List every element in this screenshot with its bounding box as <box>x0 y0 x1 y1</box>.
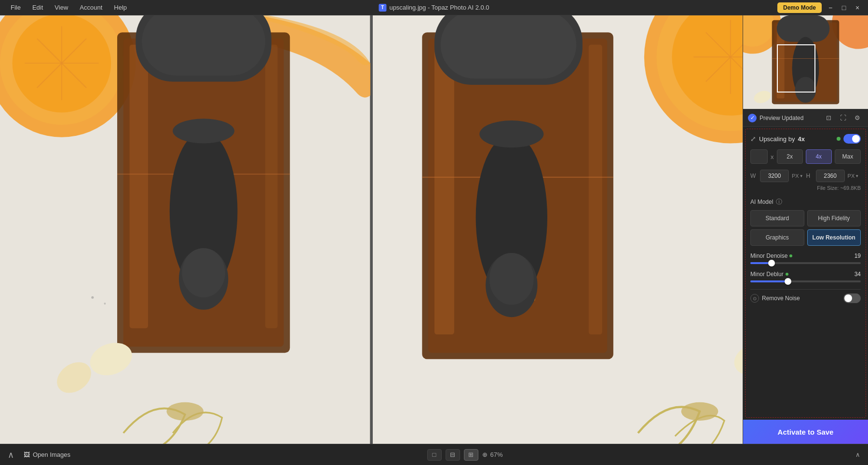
demo-mode-button[interactable]: Demo Mode <box>777 2 822 13</box>
single-view-button[interactable]: □ <box>427 449 442 461</box>
window-title: T upscaling.jpg - Topaz Photo AI 2.0.0 <box>379 4 489 12</box>
width-input[interactable] <box>760 170 789 182</box>
split-horizontal-view-button[interactable]: ⊟ <box>446 449 460 461</box>
minor-deblur-track[interactable] <box>750 280 861 282</box>
main-layout: ✓ Preview Updated ⊡ ⛶ ⚙ ⤢ Upscaling by 4… <box>0 15 868 444</box>
minor-denoise-section: Minor Denoise 19 <box>750 252 861 264</box>
remove-noise-toggle[interactable] <box>843 293 861 303</box>
original-image <box>0 15 370 444</box>
zoom-control[interactable]: ⊕ 67% <box>482 451 503 458</box>
panel-chevron-button[interactable]: ∧ <box>855 451 860 458</box>
crop-action-button[interactable]: ⊡ <box>823 112 834 124</box>
upscaling-header: ⤢ Upscaling by 4x <box>750 134 861 144</box>
original-image-panel[interactable] <box>0 15 371 444</box>
minimize-button[interactable]: − <box>826 3 835 13</box>
model-standard-button[interactable]: Standard <box>750 210 804 226</box>
model-high-fidelity-button[interactable]: High Fidelity <box>807 210 861 226</box>
expand-action-button[interactable]: ⛶ <box>837 112 849 124</box>
bottom-right: ∧ <box>855 451 860 458</box>
model-graphics-button[interactable]: Graphics <box>750 229 804 246</box>
menu-edit[interactable]: Edit <box>27 2 48 13</box>
svg-point-23 <box>91 296 94 299</box>
preview-status-bar: ✓ Preview Updated ⊡ ⛶ ⚙ <box>743 109 868 127</box>
view-controls: □ ⊟ ⊞ ⊕ 67% <box>80 449 850 461</box>
split-view <box>0 15 743 444</box>
svg-point-24 <box>104 303 106 305</box>
activate-to-save-button[interactable]: Activate to Save <box>743 420 868 444</box>
maximize-button[interactable]: □ <box>839 3 849 13</box>
thumbnail-area[interactable] <box>743 15 868 109</box>
upscaling-label: Upscaling by <box>759 135 795 143</box>
minor-deblur-section: Minor Deblur 34 <box>750 271 861 282</box>
scale-row: 4 x 2x 4x Max <box>750 149 861 164</box>
menu-bar: File Edit View Account Help <box>6 2 132 13</box>
svg-point-22 <box>166 402 203 421</box>
upscaling-toggle-group <box>837 134 861 144</box>
model-low-resolution-button[interactable]: Low Resolution <box>807 229 861 246</box>
scale-4x-button[interactable]: 4x <box>806 149 832 164</box>
scale-x-label: x <box>771 153 774 160</box>
menu-help[interactable]: Help <box>109 2 132 13</box>
preview-check-icon: ✓ <box>748 114 757 122</box>
svg-point-44 <box>489 253 533 305</box>
menu-view[interactable]: View <box>50 2 73 13</box>
width-label: W <box>750 173 757 179</box>
svg-rect-35 <box>434 45 454 334</box>
svg-rect-36 <box>588 45 602 334</box>
menu-file[interactable]: File <box>6 2 26 13</box>
upscaling-value: 4x <box>798 135 804 143</box>
right-panel: ✓ Preview Updated ⊡ ⛶ ⚙ ⤢ Upscaling by 4… <box>743 15 868 444</box>
processed-image <box>373 15 743 444</box>
minor-deblur-header: Minor Deblur 34 <box>750 271 861 278</box>
minor-deblur-fill <box>750 280 788 282</box>
scale-max-button[interactable]: Max <box>835 149 861 164</box>
ai-model-label: AI Model <box>750 199 773 205</box>
title-text: upscaling.jpg - Topaz Photo AI 2.0.0 <box>389 4 489 11</box>
zoom-icon: ⊕ <box>482 451 488 458</box>
minor-denoise-dot <box>789 254 792 257</box>
height-label: H <box>806 173 813 179</box>
width-unit[interactable]: PX <box>792 173 803 179</box>
open-images-button[interactable]: 🖼 Open Images <box>20 449 74 460</box>
controls-panel: ⤢ Upscaling by 4x 4 x 2x 4x Max W <box>745 129 866 418</box>
height-input[interactable] <box>816 170 845 182</box>
ai-model-info-icon[interactable]: ⓘ <box>776 198 782 206</box>
minor-denoise-label: Minor Denoise <box>750 252 792 259</box>
app-logo: T <box>379 4 386 12</box>
close-button[interactable]: × <box>853 3 862 13</box>
scale-input[interactable]: 4 <box>750 149 768 164</box>
minor-deblur-thumb[interactable] <box>785 278 791 285</box>
menu-account[interactable]: Account <box>75 2 107 13</box>
window-controls: Demo Mode − □ × <box>777 2 862 13</box>
image-area <box>0 15 743 444</box>
svg-point-46 <box>681 402 718 421</box>
thumbnail-image <box>743 15 868 109</box>
remove-noise-icon: ⊙ <box>750 294 759 303</box>
minor-denoise-thumb[interactable] <box>768 260 775 266</box>
settings-action-button[interactable]: ⚙ <box>852 112 863 124</box>
upscaling-toggle[interactable] <box>843 134 861 144</box>
upscaling-title-group: ⤢ Upscaling by 4x <box>750 135 805 143</box>
open-images-icon: 🖼 <box>24 451 30 458</box>
zoom-value: 67% <box>490 451 503 458</box>
svg-rect-40 <box>440 15 576 79</box>
dimensions-row: W PX H PX <box>750 170 861 182</box>
split-vertical-view-button[interactable]: ⊞ <box>464 449 478 461</box>
open-images-label: Open Images <box>33 451 70 458</box>
minor-deblur-value: 34 <box>854 271 861 278</box>
height-unit[interactable]: PX <box>848 173 859 179</box>
minor-denoise-value: 19 <box>854 252 861 259</box>
processed-image-panel[interactable] <box>373 15 743 444</box>
svg-rect-11 <box>265 45 278 328</box>
filesize-info: File Size: ~69.8KB <box>750 185 861 191</box>
scale-2x-button[interactable]: 2x <box>777 149 803 164</box>
remove-noise-label: Remove Noise <box>762 295 800 302</box>
minor-deblur-label: Minor Deblur <box>750 271 788 278</box>
minor-deblur-dot <box>786 273 788 276</box>
remove-noise-row: ⊙ Remove Noise <box>750 289 861 307</box>
minor-denoise-track[interactable] <box>750 262 861 264</box>
upscaling-active-dot <box>837 137 841 141</box>
svg-point-56 <box>795 77 816 103</box>
svg-point-42 <box>479 120 543 147</box>
expand-panel-button[interactable]: ∧ <box>8 450 14 460</box>
